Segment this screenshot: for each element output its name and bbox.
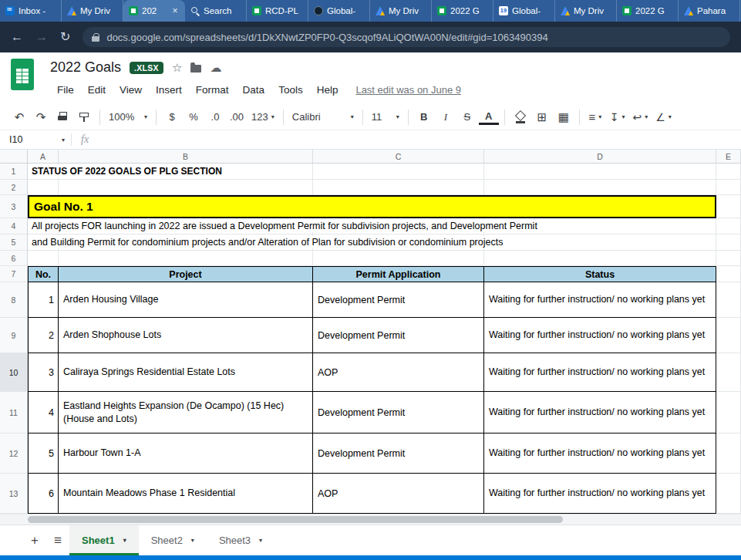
cell-status[interactable]: Waiting for further instruction/ no work… — [484, 392, 716, 433]
italic-button[interactable]: I — [436, 108, 456, 127]
cell-project[interactable]: Mountain Meadows Phase 1 Residential — [59, 474, 313, 514]
cell-project[interactable]: Arden Housing Village — [59, 282, 313, 318]
table-header-no[interactable]: No. — [28, 266, 59, 282]
cell-a5-text[interactable]: and Building Permit for condominium proj… — [32, 236, 509, 248]
cell[interactable] — [59, 251, 313, 266]
cell[interactable] — [716, 234, 741, 251]
row-header[interactable]: 5 — [0, 234, 28, 251]
column-header-b[interactable]: B — [59, 150, 313, 163]
cell[interactable] — [716, 392, 741, 433]
cell-permit[interactable]: Development Permit — [313, 433, 484, 474]
cell[interactable] — [716, 164, 741, 180]
cell[interactable] — [313, 180, 484, 195]
row-header[interactable]: 7 — [0, 266, 28, 282]
browser-tab[interactable]: My Driv — [62, 0, 123, 22]
document-title[interactable]: 2022 Goals — [50, 59, 121, 76]
decrease-decimal-button[interactable]: .0 — [205, 108, 225, 127]
borders-icon[interactable] — [532, 108, 552, 127]
formula-input[interactable] — [98, 130, 741, 149]
vertical-align-button[interactable] — [607, 108, 628, 127]
cell-project[interactable]: Caliraya Springs Residential Estate Lots — [59, 353, 313, 392]
zoom-select[interactable]: 100% — [106, 108, 150, 127]
horizontal-align-button[interactable] — [585, 108, 605, 127]
reload-icon[interactable]: ↻ — [60, 31, 70, 43]
cell-status[interactable]: Waiting for further instruction/ no work… — [484, 433, 716, 474]
lock-icon[interactable] — [92, 33, 99, 42]
column-header-d[interactable]: D — [484, 150, 716, 163]
number-format-button[interactable]: 123 — [248, 108, 278, 127]
cell[interactable] — [484, 234, 716, 251]
cloud-status-icon[interactable]: ☁ — [210, 62, 221, 73]
move-folder-icon[interactable] — [190, 65, 201, 73]
row-header-selected[interactable]: 10 — [0, 353, 28, 392]
browser-tab[interactable]: Pahara — [679, 0, 740, 22]
cell-permit[interactable]: AOP — [313, 474, 484, 514]
all-sheets-icon[interactable] — [46, 525, 69, 555]
cell-no[interactable]: 2 — [28, 318, 59, 353]
menu-help[interactable]: Help — [310, 82, 345, 98]
row-header[interactable]: 2 — [0, 180, 28, 195]
menu-edit[interactable]: Edit — [81, 82, 113, 98]
menu-file[interactable]: File — [50, 82, 81, 98]
cell[interactable] — [716, 266, 741, 282]
row-header[interactable]: 11 — [0, 392, 28, 433]
undo-icon[interactable] — [9, 108, 29, 127]
bold-button[interactable]: B — [414, 108, 434, 127]
print-icon[interactable] — [56, 111, 69, 123]
row-header[interactable]: 6 — [0, 251, 28, 266]
cell[interactable] — [28, 251, 59, 266]
cell-no[interactable]: 6 — [28, 474, 59, 514]
cell-status[interactable]: Waiting for further instruction/ no work… — [484, 318, 716, 353]
cell[interactable] — [484, 251, 716, 266]
row-header[interactable]: 13 — [0, 474, 28, 514]
percent-format-button[interactable]: % — [184, 108, 204, 127]
cell-permit[interactable]: Development Permit — [313, 318, 484, 353]
cell[interactable] — [716, 251, 741, 266]
browser-tab[interactable]: My Driv — [555, 0, 617, 22]
cell-status[interactable]: Waiting for further instruction/ no work… — [484, 353, 716, 392]
table-header-status[interactable]: Status — [484, 266, 716, 282]
browser-tab[interactable]: My Driv — [370, 0, 432, 22]
cell[interactable] — [716, 318, 741, 353]
redo-icon[interactable] — [31, 108, 51, 127]
fill-color-icon[interactable] — [514, 111, 527, 123]
cell-project[interactable]: Eastland Heights Expansion (De Ocampo) (… — [59, 392, 313, 433]
sheets-logo-icon[interactable] — [11, 59, 34, 90]
tab-close-icon[interactable] — [170, 6, 180, 15]
column-header-e[interactable]: E — [716, 150, 741, 163]
cell[interactable] — [716, 353, 741, 392]
row-header[interactable]: 4 — [0, 218, 28, 234]
browser-tab[interactable]: Inbox - — [0, 0, 62, 22]
sheet-tab-sheet2[interactable]: Sheet2 — [139, 525, 207, 555]
cell[interactable] — [716, 433, 741, 474]
address-bar[interactable]: docs.google.com/spreadsheets/d/1DkXNwtZP… — [83, 27, 730, 47]
menu-tools[interactable]: Tools — [271, 82, 310, 98]
menu-format[interactable]: Format — [189, 82, 236, 98]
menu-data[interactable]: Data — [236, 82, 272, 98]
currency-format-button[interactable]: $ — [162, 108, 182, 127]
cell[interactable] — [59, 180, 313, 195]
cell-status[interactable]: Waiting for further instruction/ no work… — [484, 282, 716, 318]
cell[interactable] — [313, 251, 484, 266]
table-header-project[interactable]: Project — [59, 266, 313, 282]
sheet-tab-sheet3[interactable]: Sheet3 — [207, 525, 275, 555]
star-icon[interactable]: ☆ — [172, 62, 182, 73]
paint-format-icon[interactable] — [78, 111, 90, 123]
sheet-tab-sheet1[interactable]: Sheet1 — [69, 525, 139, 555]
browser-tab[interactable]: 19 Global- — [493, 0, 555, 22]
cell-project[interactable]: Arden Shophouse Lots — [59, 318, 313, 353]
cell-no[interactable]: 4 — [28, 392, 59, 433]
last-edit-link[interactable]: Last edit was on June 9 — [355, 84, 461, 96]
cell-a1-title[interactable]: STATUS OF 2022 GOALS OF PLG SECTION — [32, 165, 228, 177]
cell-a4-text[interactable]: All projects FOR launching in 2022 are i… — [32, 220, 544, 232]
scrollbar-thumb[interactable] — [28, 516, 563, 523]
cell[interactable] — [716, 195, 741, 218]
cell-project[interactable]: Harbour Town 1-A — [59, 433, 313, 474]
table-header-permit[interactable]: Permit Application — [313, 266, 484, 282]
cell-no[interactable]: 1 — [28, 282, 59, 318]
column-header-c[interactable]: C — [313, 150, 484, 163]
horizontal-scrollbar[interactable] — [0, 514, 741, 525]
cell-goal-title[interactable]: Goal No. 1 — [28, 195, 716, 218]
browser-tab[interactable]: RCD-PL — [247, 0, 308, 22]
row-header[interactable]: 1 — [0, 164, 28, 180]
